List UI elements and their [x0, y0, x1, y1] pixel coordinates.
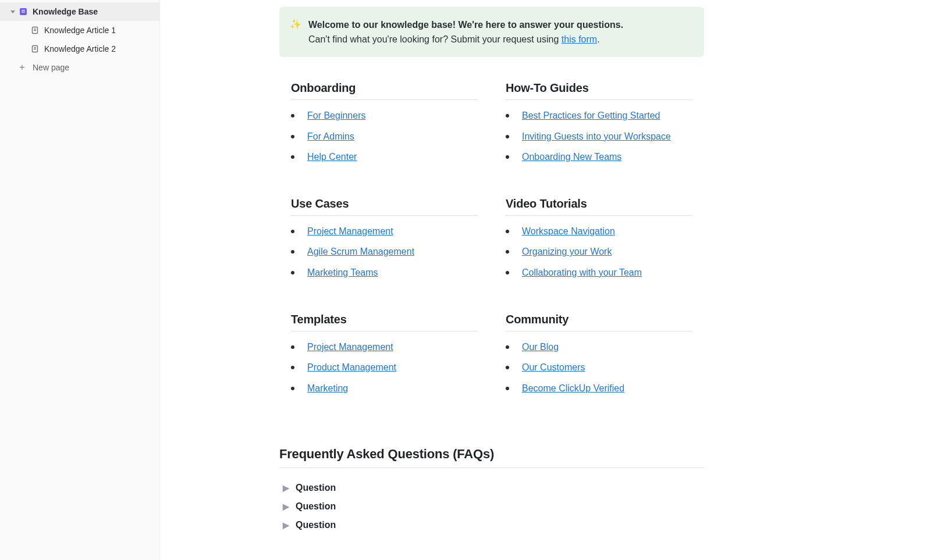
list-item: Become ClickUp Verified — [506, 381, 692, 396]
book-icon — [19, 7, 28, 16]
link-template-marketing[interactable]: Marketing — [307, 381, 348, 396]
bullet-icon — [291, 155, 294, 159]
section-title: Community — [506, 313, 692, 331]
link-organizing-work[interactable]: Organizing your Work — [522, 244, 612, 259]
section-title: Onboarding — [291, 81, 478, 100]
bullet-icon — [506, 230, 509, 233]
sidebar-item-label: Knowledge Base — [33, 7, 154, 16]
list-item: Inviting Guests into your Workspace — [506, 129, 692, 144]
section-title: Templates — [291, 313, 478, 331]
bullet-icon — [291, 271, 294, 274]
caret-down-icon[interactable] — [9, 9, 16, 14]
bullet-icon — [291, 250, 294, 254]
link-template-product-mgmt[interactable]: Product Management — [307, 360, 396, 375]
new-page-label: New page — [33, 63, 154, 72]
bullet-icon — [506, 135, 509, 138]
faq-question-label: Question — [296, 520, 336, 530]
section-title: Use Cases — [291, 197, 478, 216]
new-page-button[interactable]: + New page — [0, 58, 159, 77]
list-item: Collaborating with your Team — [506, 265, 692, 280]
sidebar-item-label: Knowledge Article 2 — [44, 44, 154, 53]
link-template-project-mgmt[interactable]: Project Management — [307, 340, 393, 355]
link-agile-scrum[interactable]: Agile Scrum Management — [307, 244, 414, 259]
list-item: Agile Scrum Management — [291, 244, 478, 259]
plus-icon: + — [17, 63, 27, 72]
list-item: Workspace Navigation — [506, 224, 692, 239]
faq-question-label: Question — [296, 501, 336, 512]
list-item: Organizing your Work — [506, 244, 692, 259]
sparkles-icon: ✨ — [290, 17, 301, 47]
section-title: How-To Guides — [506, 81, 692, 100]
banner-title: Welcome to our knowledge base! We're her… — [308, 17, 623, 32]
link-onboarding-teams[interactable]: Onboarding New Teams — [522, 149, 621, 165]
list-item: Help Center — [291, 149, 478, 165]
link-our-customers[interactable]: Our Customers — [522, 360, 585, 375]
document-icon — [30, 26, 40, 35]
link-collaborating-team[interactable]: Collaborating with your Team — [522, 265, 642, 280]
list-item: Project Management — [291, 340, 478, 355]
section-title: Video Tutorials — [506, 197, 692, 216]
link-project-management[interactable]: Project Management — [307, 224, 393, 239]
sidebar-item-knowledge-base[interactable]: Knowledge Base — [0, 2, 159, 21]
banner-form-link[interactable]: this form — [562, 34, 597, 44]
faq-item[interactable]: ▶ Question — [279, 479, 704, 497]
list-item: Marketing Teams — [291, 265, 478, 280]
list-item: Project Management — [291, 224, 478, 239]
bullet-icon — [506, 387, 509, 390]
welcome-banner: ✨ Welcome to our knowledge base! We're h… — [279, 7, 704, 57]
chevron-right-icon: ▶ — [283, 483, 289, 493]
section-use-cases: Use Cases Project Management Agile Scrum… — [291, 197, 478, 286]
list-item: Our Customers — [506, 360, 692, 375]
bullet-icon — [291, 114, 294, 117]
bullet-icon — [506, 114, 509, 117]
bullet-icon — [291, 387, 294, 390]
bullet-icon — [506, 271, 509, 274]
bullet-icon — [506, 155, 509, 159]
faq-item[interactable]: ▶ Question — [279, 497, 704, 516]
section-video-tutorials: Video Tutorials Workspace Navigation Org… — [506, 197, 692, 286]
list-item: For Beginners — [291, 108, 478, 123]
bullet-icon — [291, 135, 294, 138]
link-become-verified[interactable]: Become ClickUp Verified — [522, 381, 624, 396]
section-community: Community Our Blog Our Customers Become … — [506, 313, 692, 402]
section-onboarding: Onboarding For Beginners For Admins Help… — [291, 81, 478, 170]
bullet-icon — [291, 230, 294, 233]
document-icon — [30, 44, 40, 53]
svg-rect-1 — [22, 10, 25, 10]
list-item: Our Blog — [506, 340, 692, 355]
list-item: Marketing — [291, 381, 478, 396]
chevron-right-icon: ▶ — [283, 502, 289, 511]
bullet-icon — [291, 366, 294, 369]
bullet-icon — [506, 345, 509, 349]
link-marketing-teams[interactable]: Marketing Teams — [307, 265, 378, 280]
list-item: Product Management — [291, 360, 478, 375]
svg-rect-2 — [22, 12, 25, 12]
chevron-right-icon: ▶ — [283, 520, 289, 530]
faq-item[interactable]: ▶ Question — [279, 516, 704, 534]
section-templates: Templates Project Management Product Man… — [291, 313, 478, 402]
link-our-blog[interactable]: Our Blog — [522, 340, 559, 355]
sidebar: Knowledge Base Knowledge Article 1 Knowl… — [0, 0, 160, 560]
link-inviting-guests[interactable]: Inviting Guests into your Workspace — [522, 129, 671, 144]
faq-question-label: Question — [296, 483, 336, 493]
faq-section: Frequently Asked Questions (FAQs) ▶ Ques… — [279, 447, 704, 534]
link-best-practices[interactable]: Best Practices for Getting Started — [522, 108, 660, 123]
list-item: Onboarding New Teams — [506, 149, 692, 165]
faq-title: Frequently Asked Questions (FAQs) — [279, 447, 704, 468]
bullet-icon — [506, 366, 509, 369]
bullet-icon — [506, 250, 509, 254]
sidebar-item-label: Knowledge Article 1 — [44, 26, 154, 35]
list-item: For Admins — [291, 129, 478, 144]
link-for-admins[interactable]: For Admins — [307, 129, 354, 144]
section-how-to-guides: How-To Guides Best Practices for Getting… — [506, 81, 692, 170]
sidebar-item-article-1[interactable]: Knowledge Article 1 — [0, 21, 159, 40]
bullet-icon — [291, 345, 294, 349]
link-help-center[interactable]: Help Center — [307, 149, 357, 165]
link-workspace-navigation[interactable]: Workspace Navigation — [522, 224, 615, 239]
sidebar-item-article-2[interactable]: Knowledge Article 2 — [0, 40, 159, 58]
main-content: ✨ Welcome to our knowledge base! We're h… — [160, 0, 931, 560]
list-item: Best Practices for Getting Started — [506, 108, 692, 123]
sections-grid: Onboarding For Beginners For Admins Help… — [279, 81, 704, 401]
link-for-beginners[interactable]: For Beginners — [307, 108, 366, 123]
banner-subtitle: Can't find what you're looking for? Subm… — [308, 32, 623, 47]
